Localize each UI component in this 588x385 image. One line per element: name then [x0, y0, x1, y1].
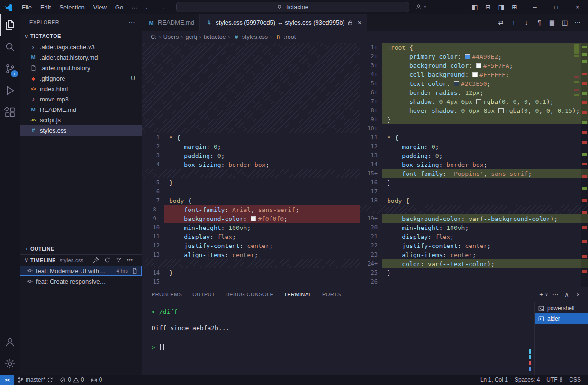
maximize-panel-icon[interactable]: ∧ [561, 290, 572, 300]
timeline-section[interactable]: ∨ TIMELINE styles.css ⋯ [20, 254, 142, 266]
diff-line-11[interactable]: 11* { [360, 133, 588, 142]
panel-tab-problems[interactable]: PROBLEMS [152, 287, 182, 302]
more-actions-icon[interactable]: ⋯ [127, 257, 133, 264]
diff-line-12[interactable]: 12 margin: 0; [360, 142, 588, 151]
minimize-button[interactable]: ─ [524, 0, 545, 14]
indentation-indicator[interactable]: Spaces: 4 [511, 375, 543, 385]
whitespace-icon[interactable]: ¶ [534, 17, 545, 28]
search-activity-icon[interactable] [0, 36, 20, 58]
toggle-panel-icon[interactable]: ⊟ [481, 1, 495, 13]
source-control-activity-icon[interactable]: 1 [0, 58, 20, 80]
panel-tab-output[interactable]: OUTPUT [192, 287, 215, 302]
accounts-activity-icon[interactable] [0, 331, 20, 353]
menu-go[interactable]: Go [111, 2, 127, 12]
tab-readme[interactable]: MREADME.md [142, 14, 200, 31]
filter-icon[interactable] [116, 257, 122, 263]
file-item-.aider.chat.history.md[interactable]: M.aider.chat.history.md [20, 52, 142, 63]
pin-icon[interactable] [93, 257, 99, 263]
menu-edit[interactable]: Edit [36, 2, 55, 12]
run-debug-activity-icon[interactable] [0, 80, 20, 101]
extensions-activity-icon[interactable] [0, 101, 20, 123]
timeline-item[interactable]: feat: Create responsive Tic-Tac-T... [20, 276, 142, 286]
file-item-move.mp3[interactable]: ♪move.mp3 [20, 94, 142, 104]
diff-line-2[interactable]: 2+ --primary-color: #4A90E2; [360, 52, 588, 61]
diff-line-23[interactable]: 23 align-items: center; [360, 250, 588, 259]
diff-line-9[interactable]: 9+} [360, 115, 588, 124]
diff-line-14[interactable]: 14} [142, 268, 360, 277]
file-item-README.md[interactable]: MREADME.md [20, 104, 142, 115]
tab-styles-diff[interactable]: #styles.css (59970cd5) ↔ styles.css (93e… [200, 14, 367, 31]
diff-line-26[interactable]: 26 [360, 277, 588, 286]
toggle-secondary-sidebar-icon[interactable]: ◨ [495, 1, 508, 13]
file-item-.aider.input.history[interactable]: .aider.input.history [20, 63, 142, 73]
inline-view-icon[interactable]: ⇄ [495, 17, 507, 28]
explorer-activity-icon[interactable] [0, 14, 20, 36]
terminal-select-icon[interactable]: ∨ [544, 290, 549, 300]
forward-icon[interactable]: → [158, 3, 165, 11]
diff-line-6[interactable]: 6 [142, 187, 360, 196]
diff-line-18[interactable]: 18body { [360, 196, 588, 205]
close-tab-icon[interactable]: × [358, 19, 362, 27]
breadcrumb-item-root[interactable]: {}:root [274, 34, 296, 40]
diff-line-21[interactable]: 21 display: flex; [360, 232, 588, 241]
diff-line-17[interactable]: 17 [360, 187, 588, 196]
diff-modified-pane[interactable]: 1+:root {2+ --primary-color: #4A90E2;3+ … [360, 43, 588, 287]
diff-line-15[interactable]: 15 [142, 277, 360, 286]
diff-line-3[interactable]: 3 padding: 0; [142, 151, 360, 160]
diff-line-1[interactable]: 1* { [142, 133, 360, 142]
diff-line-6[interactable]: 6+ --border-radius: 12px; [360, 88, 588, 97]
explorer-more-icon[interactable]: ⋯ [129, 19, 135, 26]
panel-tab-terminal[interactable]: TERMINAL [284, 287, 312, 302]
diff-line-10[interactable]: 10 min-height: 100vh; [142, 223, 360, 232]
ports-indicator[interactable]: 0 [88, 375, 106, 385]
customize-layout-icon[interactable]: ⊞ [508, 1, 521, 13]
language-mode[interactable]: CSS [566, 375, 584, 385]
close-button[interactable]: × [567, 0, 588, 14]
panel-tab-debug-console[interactable]: DEBUG CONSOLE [226, 287, 273, 302]
diff-line-5[interactable]: 5+ --text-color: #2C3E50; [360, 79, 588, 88]
diff-line-19[interactable]: 19+ background-color: var(--background-c… [360, 214, 588, 223]
menu-file[interactable]: File [18, 2, 36, 12]
terminal-instance-powershell[interactable]: powershell [535, 303, 588, 313]
menu-view[interactable]: View [89, 2, 111, 12]
diff-line-22[interactable]: 22 justify-content: center; [360, 241, 588, 250]
diff-line-3[interactable]: 3+ --background-color: #F5F7FA; [360, 61, 588, 70]
diff-line-13[interactable]: 13 padding: 0; [360, 151, 588, 160]
overview-ruler[interactable] [581, 43, 588, 287]
diff-line-7[interactable]: 7+ --shadow: 0 4px 6px rgba(0, 0, 0, 0.1… [360, 97, 588, 106]
breadcrumb-item-gertj[interactable]: gertj [186, 34, 197, 40]
next-change-icon[interactable]: ↓ [521, 17, 532, 28]
diff-line-15[interactable]: 15+ font-family: 'Poppins', sans-serif; [360, 169, 588, 178]
diff-line-8[interactable]: 8+ --hover-shadow: 0 6px 8px rgba(0, 0, … [360, 106, 588, 115]
problems-indicator[interactable]: 0 0 [56, 375, 87, 385]
diff-line-20[interactable]: 20 min-height: 100vh; [360, 223, 588, 232]
previous-change-icon[interactable]: ↑ [508, 17, 519, 28]
close-panel-icon[interactable]: × [573, 290, 583, 300]
outline-section[interactable]: › OUTLINE [20, 243, 142, 254]
back-icon[interactable]: ← [145, 3, 152, 11]
menu-overflow-icon[interactable]: ··· [127, 2, 141, 12]
diff-line-7[interactable]: 7body { [142, 196, 360, 205]
diff-line-10[interactable]: 10+ [360, 124, 588, 133]
diff-line-4[interactable]: 4 box-sizing: border-box; [142, 160, 360, 169]
workspace-section[interactable]: ∨ TICTACTOE [20, 30, 142, 42]
breadcrumb-item-stylescss[interactable]: #styles.css [233, 34, 268, 40]
terminal[interactable]: > /diffDiff since aebfa2b...> [142, 302, 534, 375]
more-actions-icon[interactable]: ⋯ [572, 17, 583, 28]
profile-menu[interactable]: ∨ [415, 3, 426, 10]
diff-line-13[interactable]: 13 align-items: center; [142, 250, 360, 259]
diff-line-12[interactable]: 12 justify-content: center; [142, 241, 360, 250]
breadcrumb-item-Users[interactable]: Users [163, 34, 179, 40]
cursor-position[interactable]: Ln 1, Col 1 [477, 375, 511, 385]
breadcrumb-item-C[interactable]: C: [151, 34, 157, 40]
encoding-indicator[interactable]: UTF-8 [543, 375, 566, 385]
diff-line-4[interactable]: 4+ --cell-background: #FFFFFF; [360, 70, 588, 79]
file-item-.gitignore[interactable]: ◆.gitignoreU [20, 73, 142, 83]
diff-line-2[interactable]: 2 margin: 0; [142, 142, 360, 151]
file-item-styles.css[interactable]: #styles.css [20, 125, 142, 136]
menu-selection[interactable]: Selection [55, 2, 89, 12]
timeline-item[interactable]: feat: Modernize UI with r...4 hrs [20, 266, 142, 276]
minimap[interactable] [574, 43, 580, 287]
diff-line-5[interactable]: 5} [142, 178, 360, 187]
refresh-icon[interactable] [104, 257, 110, 263]
